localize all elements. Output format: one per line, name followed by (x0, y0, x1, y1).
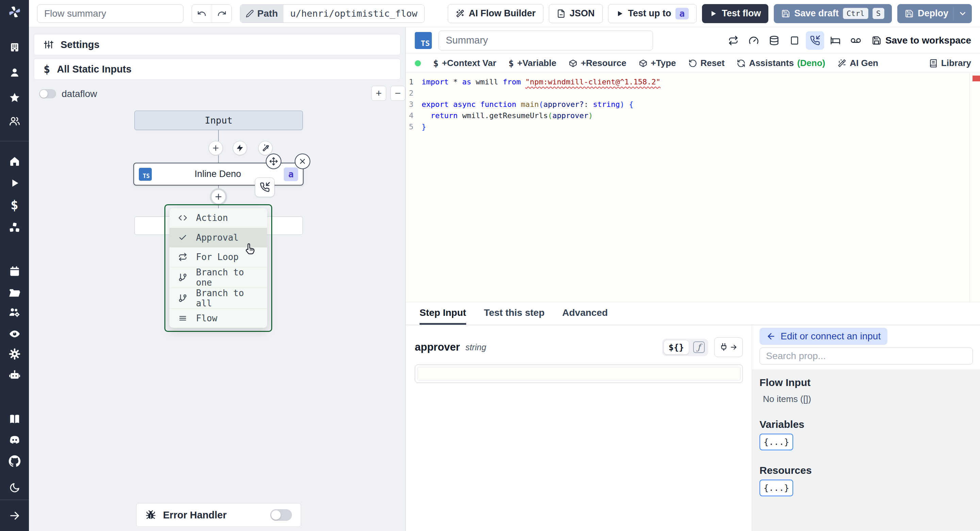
home-icon[interactable] (0, 153, 29, 169)
zoom-in-button[interactable]: + (371, 86, 386, 101)
connect-input-plug-button[interactable] (714, 337, 743, 357)
path-edit-button[interactable]: Path (240, 5, 283, 22)
reset-button[interactable]: Reset (688, 58, 725, 69)
insert-step-below-plus-icon[interactable] (210, 188, 227, 205)
save-to-workspace-button[interactable]: Save to workspace (872, 35, 971, 46)
undo-button[interactable] (192, 5, 212, 22)
add-resource-button[interactable]: +Resource (569, 58, 627, 69)
workers-users-gear-icon[interactable] (0, 305, 29, 320)
assistants-button[interactable]: Assistants(Deno) (737, 58, 825, 69)
suspend-phone-incoming-icon[interactable] (806, 31, 824, 50)
resources-object-chip[interactable]: {...} (759, 480, 793, 496)
move-node-icon[interactable] (266, 153, 282, 169)
top-toolbar: Path u/henri/optimistic_flow AI Flow Bui… (29, 0, 980, 27)
ai-bot-icon[interactable] (0, 367, 29, 383)
play-icon (710, 10, 718, 18)
typescript-badge: TS (139, 168, 152, 181)
tab-step-input[interactable]: Step Input (420, 302, 466, 325)
tab-test-this-step[interactable]: Test this step (484, 302, 544, 325)
menu-item-for-loop[interactable]: For Loop (169, 247, 267, 267)
approver-value-input[interactable] (415, 365, 743, 383)
all-static-inputs-row[interactable]: $ All Static Inputs (34, 59, 401, 80)
json-button[interactable]: JSON (549, 4, 603, 23)
variables-object-chip[interactable]: {...} (759, 434, 793, 450)
save-draft-button[interactable]: Save draft Ctrl S (774, 4, 892, 23)
menu-item-label: Flow (196, 313, 218, 324)
ai-flow-builder-button[interactable]: AI Flow Builder (448, 4, 543, 23)
menu-item-flow[interactable]: Flow (169, 309, 267, 328)
error-handler-toggle[interactable] (270, 509, 292, 521)
settings-gear-icon[interactable] (0, 346, 29, 362)
schedules-calendar-icon[interactable] (0, 263, 29, 279)
code-editor[interactable]: 1import * as wmill from "npm:windmill-cl… (406, 73, 980, 302)
cache-database-icon[interactable] (765, 31, 783, 50)
discord-icon[interactable] (0, 432, 29, 448)
add-type-button[interactable]: +Type (639, 58, 676, 69)
deploy-button[interactable]: Deploy (897, 4, 972, 23)
add-resource-label: +Resource (581, 58, 627, 69)
refresh-icon (737, 59, 746, 68)
redo-button[interactable] (212, 5, 231, 22)
voicemail-icon[interactable] (846, 31, 865, 50)
groups-icon[interactable] (0, 113, 29, 129)
edit-or-connect-back-button[interactable]: Edit or connect an input (759, 328, 888, 345)
windmill-logo-icon[interactable] (0, 4, 29, 20)
ai-gen-button[interactable]: AI Gen (837, 58, 878, 69)
path-value[interactable]: u/henri/optimistic_flow (283, 5, 424, 22)
test-up-to-button[interactable]: Test up to a (608, 4, 697, 23)
tab-advanced[interactable]: Advanced (562, 302, 608, 325)
search-prop-input[interactable] (759, 348, 973, 365)
deploy-separator (953, 7, 953, 21)
step-summary-input[interactable] (439, 30, 653, 50)
menu-item-approval[interactable]: Approval (169, 228, 267, 248)
github-icon[interactable] (0, 453, 29, 469)
flow-input-empty-text: No items ([]) (763, 394, 972, 404)
resources-cubes-icon[interactable] (0, 220, 29, 236)
suspend-phone-incoming-icon[interactable] (255, 177, 275, 197)
folders-icon[interactable] (0, 285, 29, 301)
menu-item-branch-to-one[interactable]: Branch to one (169, 267, 267, 288)
test-up-to-label: Test up to (628, 8, 671, 19)
sleep-bed-icon[interactable] (826, 31, 845, 50)
edge-connector (218, 155, 219, 163)
audit-eye-icon[interactable] (0, 326, 29, 342)
test-flow-button[interactable]: Test flow (702, 4, 768, 23)
edge-connector (218, 130, 219, 141)
flow-settings-label: Settings (60, 39, 99, 50)
reset-label: Reset (701, 58, 725, 69)
concurrency-gauge-icon[interactable] (745, 31, 763, 50)
user-icon[interactable] (0, 65, 29, 80)
mock-square-icon[interactable] (785, 31, 804, 50)
expr-mode-button[interactable]: ${} (664, 340, 689, 354)
flow-summary-input[interactable] (37, 5, 183, 23)
chevron-down-icon[interactable] (958, 9, 967, 18)
dark-mode-moon-icon[interactable] (0, 480, 29, 496)
menu-item-action[interactable]: Action (169, 208, 267, 228)
kbd-ctrl: Ctrl (843, 8, 869, 19)
add-variable-label: +Variable (517, 58, 556, 69)
retry-repeat-icon[interactable] (724, 31, 743, 50)
library-button[interactable]: Library (929, 58, 971, 69)
flow-settings-row[interactable]: Settings (34, 34, 401, 55)
workspace-icon[interactable] (0, 40, 29, 55)
favorites-star-icon[interactable] (0, 90, 29, 105)
zoom-out-button[interactable]: − (390, 86, 405, 101)
git-branch-icon (178, 294, 187, 303)
expand-sidebar-arrow-icon[interactable] (0, 508, 29, 523)
fn-mode-button[interactable]: ƒ (692, 341, 706, 353)
docs-book-icon[interactable] (0, 411, 29, 427)
add-context-var-button[interactable]: $+Context Var (433, 58, 496, 69)
runs-play-icon[interactable] (0, 175, 29, 191)
delete-node-icon[interactable] (295, 153, 310, 169)
prop-picker-panel: Edit or connect an input Flow Input No i… (752, 325, 980, 531)
variables-dollar-icon[interactable]: $ (0, 197, 29, 213)
ai-wand-icon[interactable] (258, 141, 272, 155)
input-node[interactable]: Input (134, 111, 303, 130)
dataflow-toggle[interactable] (39, 89, 56, 98)
menu-item-branch-to-all[interactable]: Branch to all (169, 288, 267, 309)
trigger-zap-icon[interactable] (233, 141, 247, 155)
field-type: string (466, 343, 486, 352)
add-variable-button[interactable]: $+Variable (508, 58, 556, 69)
insert-step-plus-icon[interactable] (208, 141, 223, 155)
error-handler-node[interactable]: Error Handler (136, 503, 301, 527)
